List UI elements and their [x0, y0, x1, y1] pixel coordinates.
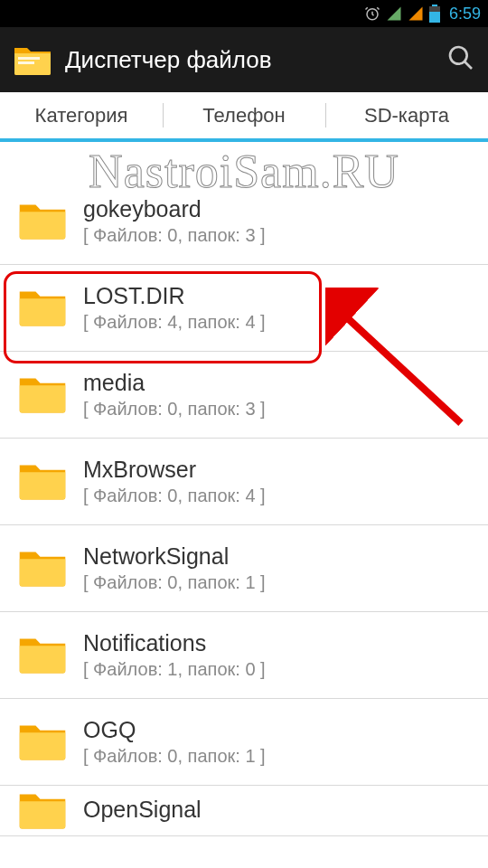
list-item[interactable]: OGQ [ Файлов: 0, папок: 1 ] — [0, 699, 488, 786]
folder-icon — [16, 458, 83, 505]
folder-sub: [ Файлов: 4, папок: 4 ] — [83, 312, 472, 333]
svg-rect-3 — [429, 12, 440, 23]
app-icon — [13, 42, 52, 77]
list-item[interactable]: MxBrowser [ Файлов: 0, папок: 4 ] — [0, 439, 488, 525]
clock: 6:59 — [449, 5, 481, 24]
list-item[interactable]: OpenSignal — [0, 786, 488, 836]
folder-icon — [16, 632, 83, 679]
list-item[interactable]: Notifications [ Файлов: 1, папок: 0 ] — [0, 612, 488, 699]
folder-name: OpenSignal — [83, 797, 472, 823]
search-icon[interactable] — [446, 43, 475, 76]
folder-name: media — [83, 370, 472, 396]
folder-name: OGQ — [83, 717, 472, 743]
svg-rect-1 — [432, 5, 437, 6]
folder-name: Notifications — [83, 630, 472, 656]
tabs: Категория Телефон SD-карта — [0, 92, 488, 142]
folder-name: LOST.DIR — [83, 283, 472, 309]
tab-category[interactable]: Категория — [0, 92, 163, 138]
folder-sub: [ Файлов: 1, папок: 0 ] — [83, 659, 472, 680]
app-title: Диспетчер файлов — [65, 46, 434, 74]
folder-icon — [16, 545, 83, 592]
folder-sub: [ Файлов: 0, папок: 3 ] — [83, 399, 472, 420]
battery-icon — [429, 5, 440, 23]
folder-sub: [ Файлов: 0, папок: 4 ] — [83, 486, 472, 506]
folder-icon — [16, 788, 83, 835]
svg-rect-4 — [18, 57, 40, 60]
signal-icon-2 — [408, 5, 424, 22]
folder-sub: [ Файлов: 0, папок: 1 ] — [83, 746, 472, 767]
folder-icon — [16, 372, 83, 419]
list-item[interactable]: LOST.DIR [ Файлов: 4, папок: 4 ] — [0, 265, 488, 352]
folder-icon — [16, 719, 83, 766]
svg-rect-5 — [18, 61, 34, 64]
folder-icon — [16, 285, 83, 332]
folder-name: gokeyboard — [83, 196, 472, 222]
tab-phone[interactable]: Телефон — [163, 92, 325, 138]
folder-name: NetworkSignal — [83, 543, 472, 570]
status-bar: 6:59 — [0, 0, 488, 27]
svg-point-6 — [450, 47, 467, 64]
tab-sdcard[interactable]: SD-карта — [325, 92, 488, 138]
folder-list: gokeyboard [ Файлов: 0, папок: 3 ] LOST.… — [0, 178, 488, 836]
list-item[interactable]: gokeyboard [ Файлов: 0, папок: 3 ] — [0, 178, 488, 265]
folder-name: MxBrowser — [83, 457, 472, 483]
folder-sub: [ Файлов: 0, папок: 3 ] — [83, 225, 472, 246]
list-item[interactable]: NetworkSignal [ Файлов: 0, папок: 1 ] — [0, 525, 488, 612]
signal-icon — [386, 5, 402, 22]
alarm-icon — [364, 5, 380, 22]
list-item[interactable]: media [ Файлов: 0, папок: 3 ] — [0, 352, 488, 439]
app-bar: Диспетчер файлов — [0, 27, 488, 92]
folder-sub: [ Файлов: 0, папок: 1 ] — [83, 572, 472, 593]
folder-icon — [16, 198, 83, 245]
